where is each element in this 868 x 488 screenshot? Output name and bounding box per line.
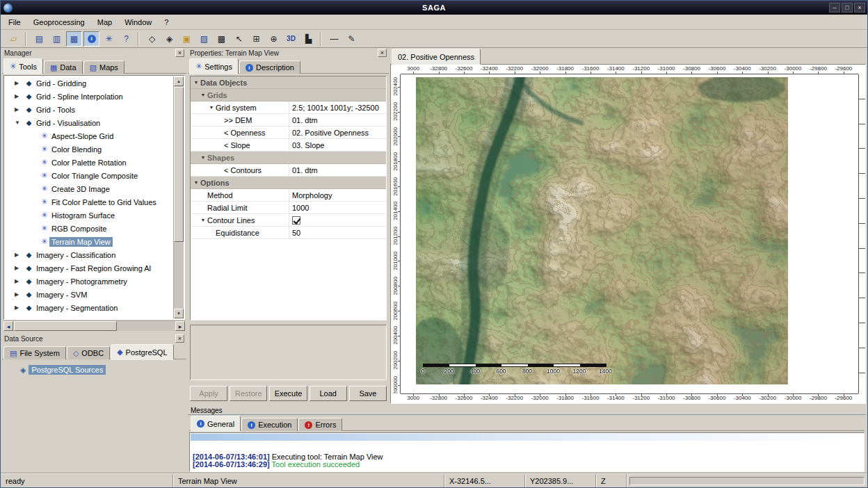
property-row[interactable]: < Contours 01. dtm [191,164,386,177]
tab-settings[interactable]: ✳ Settings [189,58,239,74]
tree-item[interactable]: ▶ ◆ Grid - Spline Interpolation [5,90,173,103]
save-button[interactable]: Save [349,386,387,401]
tree-vertical-scrollbar[interactable]: ▲ ▼ [173,76,184,318]
new-map-button[interactable]: ◇ [144,31,160,47]
close-icon[interactable]: × [175,49,184,57]
property-value-cell[interactable] [289,76,386,88]
close-icon[interactable]: × [175,334,184,343]
log-view[interactable]: [2014-06-07/13:46:01] Executing tool: Te… [189,432,865,472]
tool-chains-button[interactable]: ✳ [101,31,117,47]
property-value-cell[interactable]: 03. Slope [289,139,386,151]
expander-icon[interactable]: ▶ [15,304,24,311]
collapse-icon[interactable]: ▼ [192,180,200,185]
scroll-left-icon[interactable]: ◀ [3,321,13,331]
execute-button[interactable]: Execute [269,386,307,401]
menu-map[interactable]: Map [91,16,118,29]
collapse-icon[interactable]: ▼ [199,155,207,160]
tree-item[interactable]: ✳ Color Blending [5,143,173,156]
collapse-icon[interactable]: ▼ [192,80,200,85]
help-button[interactable]: ? [118,31,134,47]
tree-item[interactable]: ✳ RGB Composite [5,222,173,235]
menu-window[interactable]: Window [118,16,158,29]
scroll-down-icon[interactable]: ▼ [174,309,184,318]
minimize-button[interactable]: – [829,3,840,13]
property-row[interactable]: ▼ Grid system 2.5; 1001x 1001y; -32500 [191,101,386,114]
show-manager-button[interactable]: ▤ [31,31,47,47]
zoom-tool-button[interactable]: ⊞ [248,31,264,47]
close-icon[interactable]: × [378,49,387,57]
apply-button[interactable]: Apply [190,386,227,401]
tab-tools[interactable]: ✳ Tools [3,58,43,74]
property-value-cell[interactable]: 2.5; 1001x 1001y; -32500 [289,101,386,113]
scrollbar-thumb[interactable] [174,87,184,242]
property-value-cell[interactable] [289,177,386,188]
tree-item[interactable]: ✳ Color Palette Rotation [5,156,173,169]
property-value-cell[interactable]: 1000 [289,202,386,213]
tree-item[interactable]: ✳ Create 3D Image [5,182,173,195]
tab-odbc[interactable]: ◇ ODBC [67,346,110,359]
scroll-up-icon[interactable]: ▲ [174,76,184,86]
tree-item[interactable]: ▶ ◆ Grid - Tools [5,103,173,116]
tab-execution[interactable]: i Execution [241,418,298,431]
tree-horizontal-scrollbar[interactable]: ◀ ▶ [3,320,185,331]
property-row[interactable]: ▼ Contour Lines [191,214,386,227]
tree-item[interactable]: ▼ ◆ Grid - Visualisation [5,116,173,129]
property-value-cell[interactable]: Morphology [289,189,386,201]
property-value-cell[interactable] [289,89,386,101]
add-shapes-layer-button[interactable]: ▨ [196,31,212,47]
digitize-button[interactable]: ✎ [344,31,360,47]
tree-item[interactable]: ▶ ◆ Imagery - Fast Region Growing Al [5,261,173,275]
checkbox[interactable] [292,216,300,225]
tree-item[interactable]: ▶ ◆ Imagery - Classification [5,248,173,261]
load-button[interactable]: Load [310,386,347,401]
add-grid-layer-button[interactable]: ▣ [179,31,195,47]
expander-icon[interactable]: ▼ [15,120,24,126]
restore-button[interactable]: Restore [230,386,267,401]
map-tab-positive-openness[interactable]: 02. Positive Openness [392,49,481,64]
menu-file[interactable]: File [2,16,27,29]
property-row[interactable]: Equidistance 50 [191,227,386,239]
property-value-cell[interactable]: 02. Positive Openness [289,127,386,138]
tree-item[interactable]: ✳ Color Triangle Composite [5,169,173,182]
collapse-icon[interactable]: ▼ [207,105,216,110]
show-3d-viewer-button[interactable]: ◈ [161,31,177,47]
show-data-source-button[interactable]: ▦ [66,31,82,47]
tab-description[interactable]: i Description [239,60,300,74]
menu-help[interactable]: ? [158,16,175,29]
open-file-button[interactable]: ▱ [6,31,22,47]
histogram-button[interactable]: ▙ [300,31,316,47]
tab-postgresql[interactable]: ◆ PostgreSQL [111,344,173,359]
tree-item[interactable]: ▶ ◆ Grid - Gridding [5,76,173,90]
tab-maps[interactable]: ▧ Maps [83,60,124,74]
tree-item[interactable]: ▶ ◆ Imagery - Photogrammetry [5,275,173,288]
tab-data[interactable]: ▦ Data [44,60,83,74]
property-row[interactable]: < Slope 03. Slope [191,139,386,152]
log-selected-line[interactable] [191,434,863,441]
maximize-button[interactable]: □ [842,3,853,13]
property-row[interactable]: Method Morphology [191,189,386,202]
tree-item[interactable]: ▶ ◆ Imagery - SVM [5,288,173,301]
property-row[interactable]: ▼ Grids [191,89,386,101]
property-row[interactable]: ▼ Options [191,177,386,189]
expander-icon[interactable]: ▶ [15,291,24,298]
scroll-right-icon[interactable]: ▶ [175,321,185,331]
tree-item[interactable]: ✳ Terrain Map View [5,235,173,248]
expander-icon[interactable]: ▶ [15,106,24,113]
tab-errors[interactable]: ! Errors [298,418,342,431]
show-object-properties-button[interactable]: ▥ [49,31,65,47]
pan-tool-button[interactable]: ⊕ [266,31,282,47]
expander-icon[interactable]: ▶ [15,278,24,284]
tree-item[interactable]: ✳ Fit Color Palette to Grid Values [5,195,173,209]
data-source-item[interactable]: ◈ PostgreSQL Sources [2,359,186,375]
tab-general[interactable]: i General [191,416,241,431]
show-messages-button[interactable]: i [83,31,99,47]
pointer-tool-button[interactable]: ↖ [231,31,247,47]
tab-file-system[interactable]: ▤ File System [3,346,66,359]
expander-icon[interactable]: ▶ [15,80,24,86]
menu-geoprocessing[interactable]: Geoprocessing [27,16,91,29]
expander-icon[interactable]: ▶ [15,265,24,271]
property-row[interactable]: < Openness 02. Positive Openness [191,127,386,139]
property-value-cell[interactable] [289,214,386,226]
property-value-cell[interactable]: 01. dtm [289,164,386,176]
tree-item[interactable]: ✳ Histogram Surface [5,209,173,222]
